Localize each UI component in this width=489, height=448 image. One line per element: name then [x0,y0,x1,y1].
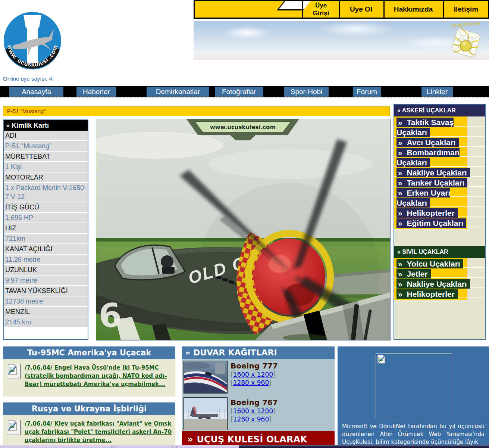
wallpaper-size-link[interactable]: 1280 x 960 [233,416,269,423]
nav-item-spor-hobi[interactable]: Spor-Hobi [284,87,329,97]
menu-item-iletisim[interactable]: İletişim [443,1,489,18]
sky-banner: Altın Örümcek [194,21,489,60]
news-box-1: Tu-95MC Amerika'ya Uçacak /7.06.04/ Enge… [3,346,175,396]
spec-label: TAVAN YÜKSEKLİĞİ [4,286,88,296]
spec-label: MÜRETTEBAT [4,152,88,162]
spec-label: MOTORLAR [4,172,88,183]
category-sidebar: » ASKERİ UÇAKLAR » Taktik Savaş Uçakları… [394,104,486,340]
sidebar-item-helikopterler-sivil[interactable]: » Helikopterler [396,289,485,299]
double-chevron-icon: » [185,348,190,357]
wallpapers-title: » DUVAR KAĞITLARI [182,346,335,359]
sidebar-item-egitim[interactable]: » Eğitim Uçakları [396,218,485,228]
golden-spider-award-logo: Altın Örümcek [448,22,483,59]
wallpaper-size-link[interactable]: 1280 x 960 [233,379,269,386]
spec-value: 1,695 HP [4,213,88,223]
news-box-2: Rusya ve Ukrayna İşbirliği /7.06.04/ Kie… [3,402,175,448]
spec-value: 721km [4,234,88,244]
sidebar-section-askeri: » ASKERİ UÇAKLAR [394,105,485,116]
svg-text:www.ucuskulesi.com: www.ucuskulesi.com [210,124,276,131]
nav-item-linkler[interactable]: Linkler [421,87,453,97]
wallpaper-name: Boeing 767 [231,398,278,407]
nav-item-anasayfa[interactable]: Anasayfa [9,87,63,97]
nav-item-fotograflar[interactable]: Fotoğraflar [215,87,263,97]
nav-item-forum[interactable]: Forum [353,87,381,97]
double-chevron-icon: » [397,138,404,147]
menu-item-uye-ol[interactable]: Üye Ol [339,1,383,18]
sidebar-item-taktik-savas[interactable]: » Taktik Savaş Uçakları [396,117,485,137]
news-title: Tu-95MC Amerika'ya Uçacak [3,346,175,359]
sidebar-item-erken-uyari[interactable]: » Erken Uyarı Uçakları [396,188,485,208]
sidebar-item-bombardiman[interactable]: » Bombardıman Uçakları [396,147,485,168]
sidebar-item-nakliye[interactable]: » Nakliye Uçakları [396,168,485,178]
taskbar-button[interactable] [176,446,234,448]
spec-value: 1 x Packard Merlin V-1650-7 V-12 [4,183,88,202]
sidebar-item-helikopterler[interactable]: » Helikopterler [396,208,485,218]
double-chevron-icon: » [397,289,404,299]
menu-item-uye-girisi[interactable]: ÜyeGirişi [303,1,339,18]
wallpaper-name: Boeing 777 [231,361,278,370]
spec-label: ADI [4,131,88,141]
double-chevron-icon: » [187,434,197,445]
sidebar-item-tanker[interactable]: » Tanker Uçakları [396,178,485,188]
double-chevron-icon: » [397,107,401,113]
double-chevron-icon: » [397,208,404,218]
double-chevron-icon: » [397,178,404,187]
askeri-menu: » Taktik Savaş Uçakları » Avcı Uçakları … [394,116,485,229]
wallpapers-body: Boeing 777 [1600 x 1200] [1280 x 960] [182,359,335,431]
broken-image-icon [7,364,21,379]
award-box: Microsoft ve DorukNet tarafından bu yıl … [338,346,489,448]
double-chevron-icon: » [397,279,404,289]
svg-text:6: 6 [97,295,123,336]
sidebar-item-avci[interactable]: » Avcı Uçakları [396,137,485,147]
sidebar-item-yolcu[interactable]: » Yolcu Uçakları [396,259,485,269]
double-chevron-icon: » [397,218,404,228]
spec-label: HIZ [4,223,88,234]
taskbar [0,445,489,448]
spec-value: 1 Kişi [4,162,88,172]
aircraft-photo: www.ucuskulesi.com OL [96,119,391,340]
top-menu-bar: ÜyeGirişi Üye Ol Hakkımızda İletişim [194,0,489,19]
double-chevron-icon: » [397,148,404,157]
wallpaper-thumb-boeing-767[interactable] [184,397,228,430]
taskbar-button[interactable] [115,446,173,448]
double-chevron-icon: » [6,122,10,129]
spec-label: MENZİL [4,307,88,317]
wallpaper-size-link[interactable]: 1600 x 1200 [233,371,273,378]
double-chevron-icon: » [397,249,401,255]
wallpaper-size-link[interactable]: 1600 x 1200 [233,407,273,415]
spec-label: İTİŞ GÜCÜ [4,202,88,213]
double-chevron-icon: » [397,269,404,279]
wallpaper-thumb-boeing-777[interactable] [184,361,228,393]
taskbar-button[interactable] [27,446,112,448]
news-link[interactable]: /7.06.04/ Engel Hava Üssü'nde iki Tu-95M… [25,364,167,388]
svg-text:Altın Örümcek: Altın Örümcek [450,22,481,28]
sivil-menu: » Yolcu Uçakları » Jetler » Nakliye Uçak… [394,258,485,300]
online-user-count: Online üye sayısı: 4 [3,75,52,82]
page-title: P-51 “Mustang” [3,106,390,116]
double-chevron-icon: » [397,118,404,127]
news-body: /7.06.04/ Engel Hava Üssü'nde iki Tu-95M… [3,359,175,396]
double-chevron-icon: » [397,259,404,268]
spec-label: KANAT AÇILIĞI [4,244,88,255]
sidebar-item-nakliye-sivil[interactable]: » Nakliye Uçakları [396,279,485,289]
image-placeholder [376,353,452,418]
spacer [394,229,485,246]
spec-value: P-51 “Mustang” [4,141,88,152]
news-title: Rusya ve Ukrayna İşbirliği [3,402,175,415]
spec-label: UZUNLUK [4,265,88,276]
menu-item-hakkimizda[interactable]: Hakkımızda [383,1,443,18]
nav-item-haberler[interactable]: Haberler [76,87,116,97]
spec-card-title: » Kimlik Kartı [4,120,88,131]
news-link[interactable]: /7.06.04/ Kiev uçak fabrikası "Aviant" v… [25,420,172,444]
site-logo[interactable]: www. ucuskulesi .com [2,10,63,74]
spec-value: 12738 metre [4,296,88,307]
news-body: /7.06.04/ Kiev uçak fabrikası "Aviant" v… [3,415,175,448]
broken-image-icon [7,420,21,435]
spec-card: » Kimlik Kartı ADI P-51 “Mustang” MÜRETT… [3,119,88,340]
sidebar-section-sivil: » SİVİL UÇAKLAR [394,246,485,258]
taskbar-active-window[interactable] [239,445,489,448]
nav-item-demirkanatlar[interactable]: Demirkanatlar [147,87,209,97]
wallpapers-box: » DUVAR KAĞITLARI Boeing [182,346,335,431]
spec-value: 11,26 metre [4,255,88,265]
sidebar-item-jetler[interactable]: » Jetler [396,269,485,279]
